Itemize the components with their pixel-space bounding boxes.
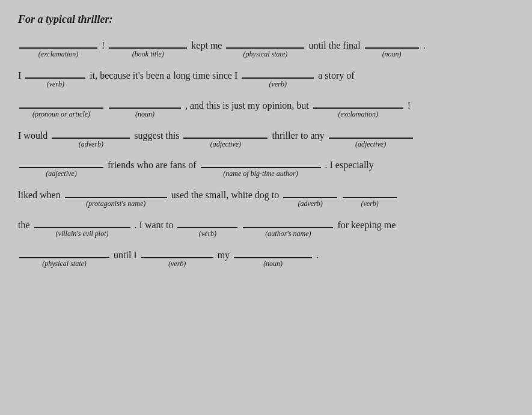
word-thriller-to-any: thriller to any	[272, 129, 324, 142]
blank-pronoun: (pronoun or article)	[19, 98, 103, 120]
line-3: (pronoun or article) (noun) , and this i…	[18, 98, 514, 120]
blank-physical-state2: (physical state)	[19, 247, 109, 269]
line-5: (adjective) friends who are fans of (nam…	[18, 157, 514, 179]
blank-book-title: (book title)	[109, 38, 187, 59]
word-i: I	[18, 69, 21, 82]
blank-noun: (noun)	[365, 38, 419, 59]
blank-author-name: (author's name)	[243, 217, 333, 239]
word-for-keeping: for keeping me	[337, 219, 396, 232]
mad-lib-container: For a typical thriller: (exclamation) ! …	[18, 12, 514, 269]
word-it-because: it, because it's been a long time since …	[90, 69, 237, 82]
line-7: the (villain's evil plot) . I want to (v…	[18, 217, 514, 239]
word-used-the: used the small, white dog to	[171, 189, 280, 202]
line-8: (physical state) until I (verb) my (noun…	[18, 247, 514, 269]
blank-adverb2: (adverb)	[283, 187, 337, 209]
blank-protagonist: (protagonist's name)	[65, 187, 167, 209]
blank-villain-plot: (villain's evil plot)	[34, 217, 130, 239]
blank-physical-state: (physical state)	[226, 38, 304, 59]
blank-verb4: (verb)	[177, 217, 237, 239]
line-4: I would (adverb) suggest this (adjective…	[18, 128, 514, 150]
word-my: my	[218, 249, 230, 262]
blank-verb3: (verb)	[343, 187, 397, 209]
punctuation-exclamation: !	[102, 39, 105, 52]
punctuation-exclamation2: !	[408, 99, 411, 112]
blank-adjective2: (adjective)	[329, 128, 413, 150]
punctuation-final-period: .	[316, 249, 319, 262]
blank-verb5: (verb)	[141, 247, 213, 269]
word-i-want-to: . I want to	[135, 219, 174, 232]
blank-exclamation: (exclamation)	[19, 38, 97, 59]
word-i-would: I would	[18, 129, 47, 142]
blank-adverb: (adverb)	[52, 128, 130, 150]
blank-noun3: (noun)	[234, 247, 312, 269]
blank-exclamation2: (exclamation)	[313, 98, 403, 120]
blank-verb: (verb)	[25, 68, 85, 89]
word-until: until the final	[308, 39, 360, 52]
word-friends-who: friends who are fans of	[108, 159, 197, 172]
word-until-i: until I	[114, 249, 137, 262]
page-title: For a typical thriller:	[18, 12, 514, 27]
word-the: the	[18, 219, 30, 232]
word-and-this: , and this is just my opinion, but	[185, 99, 309, 112]
word-kept: kept me	[191, 39, 222, 52]
line-2: I (verb) it, because it's been a long ti…	[18, 68, 514, 89]
blank-adjective3: (adjective)	[19, 157, 103, 179]
word-suggest-this: suggest this	[134, 129, 179, 142]
word-i-especially: . I especially	[325, 159, 374, 172]
word-a-story-of: a story of	[318, 69, 354, 82]
punctuation-period-1: .	[423, 39, 426, 52]
blank-noun2: (noun)	[109, 98, 181, 120]
word-liked-when: liked when	[18, 189, 61, 202]
line-1: (exclamation) ! (book title) kept me (ph…	[18, 38, 514, 59]
blank-author-big: (name of big-time author)	[201, 157, 321, 179]
line-6: liked when (protagonist's name) used the…	[18, 187, 514, 209]
blank-verb2: (verb)	[242, 68, 314, 89]
blank-adjective: (adjective)	[183, 128, 268, 150]
